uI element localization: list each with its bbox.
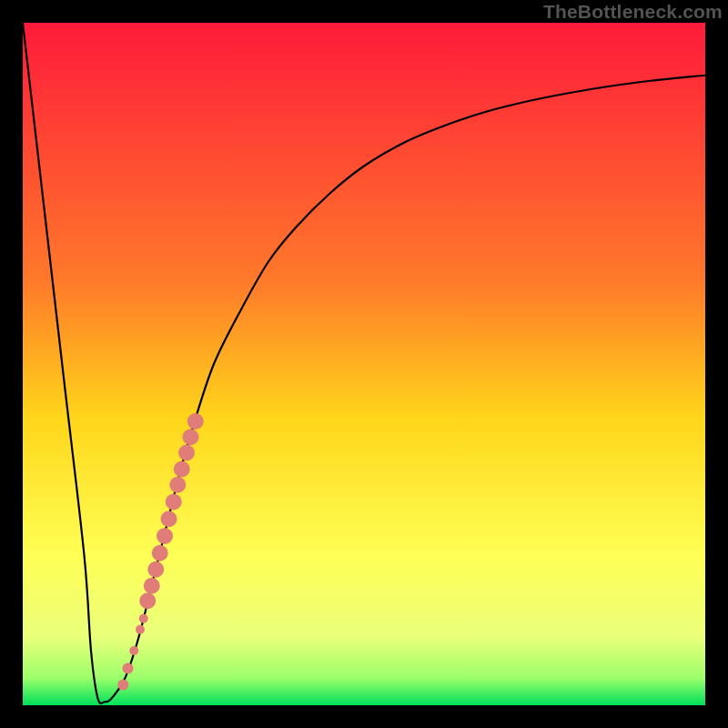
marker-dot <box>129 646 138 655</box>
marker-dot <box>139 592 156 609</box>
marker-dot <box>117 680 128 691</box>
marker-dot <box>144 578 160 594</box>
gradient-background <box>23 23 705 705</box>
marker-dot <box>166 494 182 511</box>
marker-dot <box>147 561 164 578</box>
marker-dot <box>152 545 168 561</box>
marker-dot <box>178 445 195 461</box>
marker-dot <box>157 528 173 544</box>
chart-svg <box>23 23 705 705</box>
chart-frame: TheBottleneck.com <box>0 0 728 728</box>
marker-dot <box>161 511 177 527</box>
watermark-text: TheBottleneck.com <box>543 1 723 23</box>
marker-dot <box>123 663 134 674</box>
marker-dot <box>136 625 145 634</box>
marker-dot <box>139 614 148 623</box>
marker-dot <box>183 429 199 445</box>
marker-dot <box>174 461 190 478</box>
marker-dot <box>187 413 204 430</box>
plot-area <box>23 23 705 705</box>
marker-dot <box>169 477 186 493</box>
